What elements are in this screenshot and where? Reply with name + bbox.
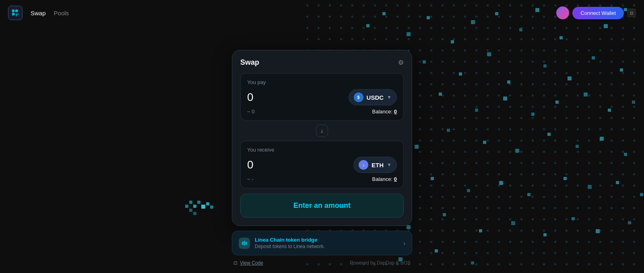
receive-token-chevron: ▼ <box>387 162 392 168</box>
receive-amount-input[interactable] <box>247 158 320 171</box>
nav-item-swap[interactable]: Swap <box>31 10 46 16</box>
bridge-icon <box>239 238 250 249</box>
settings-icon[interactable]: ⚙ <box>398 59 404 66</box>
footer: ⊡ View Code Powered by DapDap & BOS <box>232 260 412 266</box>
swap-card-title: Swap <box>240 58 259 67</box>
usdc-token-selector[interactable]: $ USDC ▼ <box>349 89 397 105</box>
svg-rect-84 <box>246 242 247 245</box>
swap-direction-button[interactable]: ↓ <box>316 125 328 137</box>
pay-balance: Balance: 0 <box>372 109 397 115</box>
eth-icon: ⬦ <box>359 160 368 170</box>
you-pay-panel: You pay $ USDC ▼ ~ 0 Balance: 0 <box>240 73 404 121</box>
you-receive-panel: You receive ⬦ ETH ▼ ~ - Balance: 0 <box>240 141 404 188</box>
pay-token-chevron: ▼ <box>387 94 392 100</box>
pay-usd-value: ~ 0 <box>247 109 254 115</box>
bridge-banner[interactable]: Linea Chain token bridge Deposit tokens … <box>232 231 412 255</box>
navbar: Swap Pools Connect Wallet ⊡ <box>0 0 644 26</box>
nav-avatar <box>556 6 569 19</box>
receive-token-name: ETH <box>372 162 384 168</box>
svg-rect-78 <box>12 13 14 15</box>
main-content: Swap ⚙ You pay $ USDC ▼ ~ 0 Balance: 0 <box>0 26 644 266</box>
swap-card: Swap ⚙ You pay $ USDC ▼ ~ 0 Balance: 0 <box>232 50 412 226</box>
svg-rect-81 <box>16 15 17 16</box>
svg-rect-82 <box>242 242 243 245</box>
nav-item-pools[interactable]: Pools <box>54 10 69 16</box>
bridge-arrow-icon: › <box>403 240 405 246</box>
receive-usd-value: ~ - <box>247 176 254 182</box>
svg-rect-79 <box>16 14 17 15</box>
bridge-subtitle: Deposit tokens to Linea network. <box>255 244 399 249</box>
view-code-link[interactable]: ⊡ View Code <box>233 260 263 266</box>
receive-balance: Balance: 0 <box>372 176 397 182</box>
svg-rect-83 <box>244 241 245 246</box>
svg-rect-76 <box>12 10 14 12</box>
pay-token-name: USDC <box>367 94 384 101</box>
eth-token-selector[interactable]: ⬦ ETH ▼ <box>353 157 397 173</box>
bridge-text: Linea Chain token bridge Deposit tokens … <box>255 237 399 249</box>
view-code-label[interactable]: View Code <box>240 260 263 266</box>
pay-amount-input[interactable] <box>247 91 320 104</box>
svg-rect-80 <box>17 14 19 15</box>
you-pay-label: You pay <box>247 79 397 85</box>
app-logo <box>8 6 23 20</box>
svg-rect-77 <box>15 10 18 12</box>
swap-divider: ↓ <box>240 121 404 141</box>
powered-by-text: Powered by DapDap & BOS <box>350 260 411 266</box>
bridge-title: Linea Chain token bridge <box>255 237 399 243</box>
connect-wallet-button[interactable]: Connect Wallet <box>572 7 624 19</box>
enter-amount-button[interactable]: Enter an amount <box>240 194 404 218</box>
swap-card-header: Swap ⚙ <box>240 58 404 67</box>
view-code-icon: ⊡ <box>233 260 237 266</box>
screen-icon[interactable]: ⊡ <box>627 8 636 17</box>
you-receive-label: You receive <box>247 147 397 153</box>
usdc-icon: $ <box>354 92 363 102</box>
